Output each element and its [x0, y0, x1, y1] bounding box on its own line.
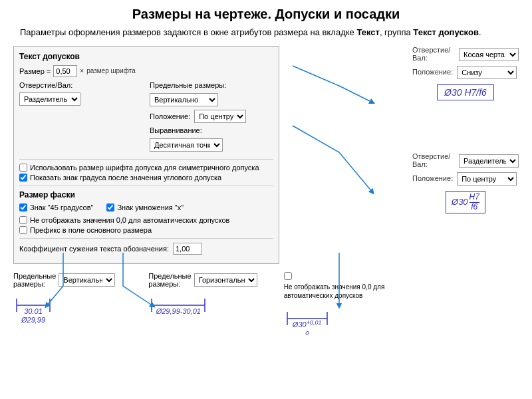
right-bot-otv-label: Отверстие/Вал: — [412, 152, 455, 168]
panel-title: Текст допусков — [19, 52, 273, 61]
position-select[interactable]: По центру Снизу Сверху — [194, 110, 246, 123]
bottom-item-2: Предельныеразмеры: Горизонтально Вертика… — [148, 272, 257, 315]
bottom3-check[interactable] — [284, 272, 292, 280]
align-label: Выравнивание: — [150, 126, 202, 134]
coef-label: Коэффициент сужения текста обозначения: — [19, 245, 169, 253]
frac-bot: f6 — [469, 203, 479, 211]
left-panel: Текст допусков Размер = × размер шрифта … — [13, 46, 279, 264]
check3[interactable] — [19, 203, 27, 211]
otv-val-select[interactable]: Разделитель Косая черта — [19, 92, 80, 106]
right-panel: Отверстие/Вал: Косая черта Разделитель П… — [286, 46, 519, 264]
position-label: Положение: — [150, 112, 190, 120]
check4[interactable] — [106, 203, 114, 211]
bottom3-dim-sub: 0 — [305, 330, 309, 336]
right-top-otv-select[interactable]: Косая черта Разделитель — [459, 48, 519, 61]
pred-select[interactable]: Вертикально Горизонтально Нет — [150, 93, 218, 106]
check5[interactable] — [19, 216, 27, 224]
bottom3-dim-sup: +0,01 — [307, 319, 322, 326]
right-bot-otv-select[interactable]: Разделитель Косая черта — [459, 154, 519, 168]
otv-val-label: Отверстие/Вал: — [19, 81, 72, 89]
page-title: Размеры на чертеже. Допуски и посадки — [0, 0, 532, 26]
check6-label: Префикс в поле основного размера — [30, 226, 152, 234]
bottom2-pred-label: Предельныеразмеры: — [148, 272, 191, 288]
check4-label: Знак умножения "x" — [117, 203, 184, 211]
right-bot-dim: Ø30 H7 f6 — [446, 191, 485, 213]
check6[interactable] — [19, 226, 27, 234]
bottom1-pred-label: Предельныеразмеры: — [13, 272, 56, 288]
size-label: Размер = — [19, 67, 51, 75]
bottom3-dim-main: Ø30 — [293, 321, 307, 329]
align-select[interactable]: Десятичная точка По левому краю — [150, 138, 223, 152]
right-bot-pos-label: Положение: — [412, 174, 453, 182]
bottom1-pred-select[interactable]: Вертикально Горизонтально — [59, 273, 115, 287]
pred-label: Предельные размеры: — [150, 81, 226, 89]
bottom2-dim: Ø29,99-30,01 — [148, 307, 208, 315]
check1-label: Использовать размер шрифта допуска для с… — [30, 164, 259, 172]
size-mult: × — [80, 67, 84, 74]
right-top-pos-select[interactable]: Снизу По центру Сверху — [457, 66, 517, 79]
right-top-dim: Ø30 H7/f6 — [437, 84, 494, 100]
size-font-label: размер шрифта — [86, 67, 136, 74]
check5-label: Не отображать значения 0,0 для автоматич… — [30, 216, 229, 224]
size-input[interactable] — [53, 65, 77, 77]
check2-label: Показать знак градуса после значения угл… — [30, 174, 221, 182]
coef-input[interactable] — [173, 243, 202, 255]
bottom2-pred-select[interactable]: Горизонтально Вертикально — [194, 273, 257, 287]
bottom-item-1: Предельныеразмеры: Вертикально Горизонта… — [13, 272, 115, 325]
frac-top: H7 — [469, 193, 479, 203]
subtitle: Параметры оформления размеров задаются в… — [0, 26, 532, 46]
right-bot-pos-select[interactable]: По центру Снизу Сверху — [457, 172, 517, 186]
right-top-otv-label: Отверстие/Вал: — [412, 46, 455, 62]
check3-label: Знак "45 градусов" — [30, 203, 93, 211]
check2[interactable] — [19, 174, 27, 182]
check1[interactable] — [19, 164, 27, 172]
right-top-pos-label: Положение: — [412, 68, 453, 76]
bottom3-check-label: Не отображать значения 0,0 для автоматич… — [284, 283, 417, 300]
section2-title: Размер фаски — [19, 190, 273, 200]
bottom-item-3: Не отображать значения 0,0 для автоматич… — [284, 272, 417, 336]
